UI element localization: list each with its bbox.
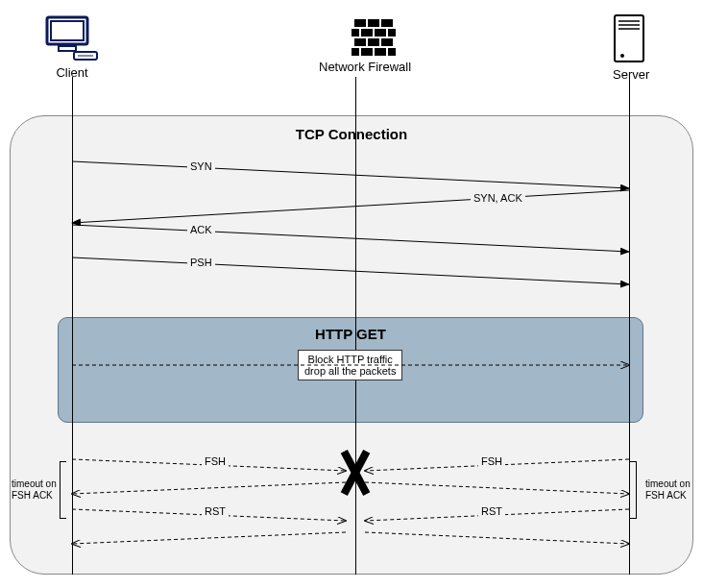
svg-point-9	[620, 54, 624, 58]
server-icon	[613, 13, 649, 63]
left-bracket	[60, 461, 61, 519]
svg-rect-5	[615, 15, 643, 61]
firewall-lifeline	[355, 77, 356, 575]
server-lifeline	[629, 77, 630, 575]
msg-rst-right: RST	[478, 505, 505, 517]
left-timeout-note: timeout on FSH ACK	[12, 478, 57, 502]
blocked-cross-icon	[334, 449, 376, 497]
msg-rst-left: RST	[202, 505, 229, 517]
http-get-title: HTTP GET	[59, 326, 642, 342]
server-label: Server	[613, 67, 649, 82]
right-timeout-note: timeout on FSH ACK	[645, 478, 691, 502]
msg-fsh-right: FSH	[478, 455, 505, 467]
msg-ack: ACK	[187, 224, 215, 235]
client-computer-icon	[45, 15, 99, 61]
msg-synack: SYN, ACK	[471, 192, 525, 204]
tcp-connection-title: TCP Connection	[11, 126, 692, 142]
block-http-note: Block HTTP traffic drop all the packets	[298, 350, 402, 380]
right-bracket	[636, 461, 637, 519]
client-actor: Client	[45, 15, 99, 80]
msg-psh: PSH	[187, 257, 215, 268]
firewall-icon	[336, 19, 411, 56]
firewall-label: Network Firewall	[319, 60, 411, 74]
svg-rect-2	[59, 46, 76, 51]
msg-fsh-left: FSH	[202, 455, 229, 467]
msg-syn: SYN	[187, 160, 215, 172]
firewall-actor: Network Firewall	[336, 19, 411, 74]
svg-rect-1	[51, 21, 84, 40]
server-actor: Server	[613, 13, 649, 82]
client-lifeline	[72, 77, 73, 575]
